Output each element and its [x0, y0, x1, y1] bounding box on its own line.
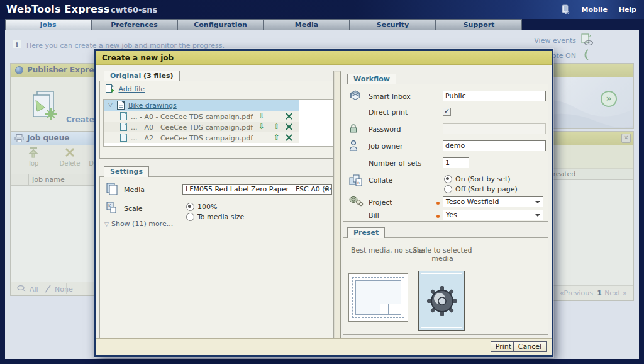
bill-select[interactable]: Yes: [443, 210, 543, 220]
remove-file-icon[interactable]: [286, 113, 292, 120]
direct-print-label: Direct print: [369, 108, 408, 117]
mobile-icon: [561, 4, 570, 14]
help-link[interactable]: Help: [619, 6, 636, 14]
file-name: ... - A2 - CeeCee TDS campaign.pdf: [131, 134, 253, 142]
media-select[interactable]: LFM055 Red Label Zero Paper - FSC A0 (84…: [182, 184, 332, 195]
add-file-link[interactable]: Add file: [105, 84, 145, 93]
collate-off-label: Off (Sort by page): [455, 185, 518, 193]
host-name: cwt60-sns: [111, 5, 157, 14]
project-icon: [348, 195, 364, 207]
show-more-link[interactable]: ▽Show (11) more...: [104, 220, 173, 228]
collate-on-label: On (Sort by set): [455, 175, 511, 183]
app-title: WebTools Express: [6, 3, 109, 15]
collate-off-radio[interactable]: [444, 185, 452, 193]
app-header: WebTools Express cwt60-sns Mobile Help: [0, 0, 644, 19]
create-new-job-dialog: Create a new job Original (3 files) Add …: [94, 49, 553, 357]
media-icon: [105, 182, 118, 195]
project-label: Project: [369, 198, 392, 207]
settings-section: Media LFM055 Red Label Zero Paper - FSC …: [99, 176, 338, 338]
lock-icon: [348, 123, 358, 134]
file-name: ... - A0 - CeeCee TDS campaign.pdf: [131, 113, 253, 121]
collate-label: Collate: [369, 176, 392, 185]
remove-file-icon[interactable]: [286, 123, 292, 130]
dialog-body: Original (3 files) Add file ▽ Bike drawi…: [96, 65, 552, 355]
scale-label: Scale: [124, 205, 143, 213]
scale-to-media-label: To media size: [197, 213, 244, 221]
number-of-sets-input[interactable]: [443, 157, 469, 168]
scale-100-radio[interactable]: [186, 203, 194, 211]
tab-support[interactable]: Support: [436, 19, 522, 30]
move-up-icon[interactable]: ⇧: [274, 133, 280, 142]
scale-to-media-radio[interactable]: [186, 213, 194, 221]
tab-settings[interactable]: Settings: [104, 166, 149, 177]
preset-scale-thumbnail[interactable]: [418, 271, 465, 331]
job-owner-input[interactable]: [443, 140, 546, 151]
preset-scale-label: Scale to selected media: [409, 246, 475, 263]
direct-print-checkbox[interactable]: [443, 108, 451, 116]
preset-section: Best media, no scale Scale to selected m…: [343, 237, 548, 335]
required-indicator: [436, 215, 440, 218]
tab-preset[interactable]: Preset: [347, 227, 385, 238]
project-select[interactable]: Tesco Westfield: [443, 196, 543, 207]
required-indicator: [436, 202, 440, 205]
workflow-section: Smart Inbox Direct print Password Job ow…: [343, 84, 548, 222]
job-owner-icon: [348, 140, 358, 151]
collate-on-radio[interactable]: [444, 175, 452, 183]
webtools-express-app: { "colors": { "header_navy": "#0e1b47", …: [0, 0, 644, 364]
media-label: Media: [124, 186, 145, 194]
file-row[interactable]: ... - A0 - CeeCee TDS campaign.pdf ⇩ ⇧: [104, 122, 299, 132]
smart-inbox-icon: [348, 89, 362, 101]
tab-media[interactable]: Media: [264, 19, 350, 30]
original-section: Add file ▽ Bike drawings ... - A0 - CeeC…: [99, 81, 338, 159]
group-document-icon: [117, 101, 125, 110]
dialog-scrollbar[interactable]: [333, 71, 341, 340]
scale-icon: K: [105, 201, 118, 213]
collate-icon: n: [348, 174, 364, 188]
group-name-link[interactable]: Bike drawings: [128, 101, 177, 110]
dialog-footer: Print Cancel: [96, 338, 552, 355]
tab-configuration[interactable]: Configuration: [177, 19, 264, 30]
dialog-title-bar: Create a new job: [96, 51, 552, 65]
mobile-link[interactable]: Mobile: [582, 6, 608, 14]
password-input: [443, 123, 546, 134]
bill-label: Bill: [369, 212, 379, 220]
title-block: [380, 304, 401, 315]
file-name: ... - A0 - CeeCee TDS campaign.pdf: [131, 123, 253, 132]
smart-inbox-input[interactable]: [443, 91, 546, 101]
file-row[interactable]: ... - A2 - CeeCee TDS campaign.pdf ⇩ ⇧: [104, 132, 299, 143]
chevron-down-icon: ▽: [104, 221, 109, 227]
file-document-icon: [120, 112, 127, 120]
job-owner-label: Job owner: [369, 142, 402, 151]
tab-preferences[interactable]: Preferences: [91, 19, 177, 30]
move-up-icon[interactable]: ⇧: [274, 122, 280, 131]
file-group-row[interactable]: ▽ Bike drawings: [104, 100, 299, 111]
tab-jobs[interactable]: Jobs: [5, 19, 91, 30]
tab-original[interactable]: Original (3 files): [104, 71, 180, 81]
file-document-icon: [120, 134, 127, 142]
collapse-expander-icon[interactable]: ▽: [108, 101, 113, 108]
move-down-icon[interactable]: ⇩: [258, 122, 265, 131]
add-file-icon: [105, 84, 114, 93]
cancel-button[interactable]: Cancel: [513, 341, 547, 352]
gear-image: [426, 285, 458, 317]
dialog-title: Create a new job: [102, 54, 174, 62]
tab-workflow[interactable]: Workflow: [347, 74, 396, 84]
file-document-icon: [120, 123, 127, 131]
preset-best-media-thumbnail[interactable]: [348, 273, 408, 322]
tab-security[interactable]: Security: [350, 19, 436, 30]
file-tree: ▽ Bike drawings ... - A0 - CeeCee TDS ca…: [103, 99, 335, 147]
password-label: Password: [369, 125, 401, 134]
scrollbar-thumb[interactable]: [335, 72, 341, 340]
remove-file-icon[interactable]: [286, 134, 292, 141]
svg-text:n: n: [357, 180, 360, 185]
scale-100-label: 100%: [197, 203, 217, 211]
number-of-sets-label: Number of sets: [369, 159, 421, 168]
file-row[interactable]: ... - A0 - CeeCee TDS campaign.pdf ⇩ ⇧: [104, 111, 299, 122]
smart-inbox-label: Smart Inbox: [369, 93, 411, 101]
move-down-icon[interactable]: ⇩: [258, 111, 265, 120]
